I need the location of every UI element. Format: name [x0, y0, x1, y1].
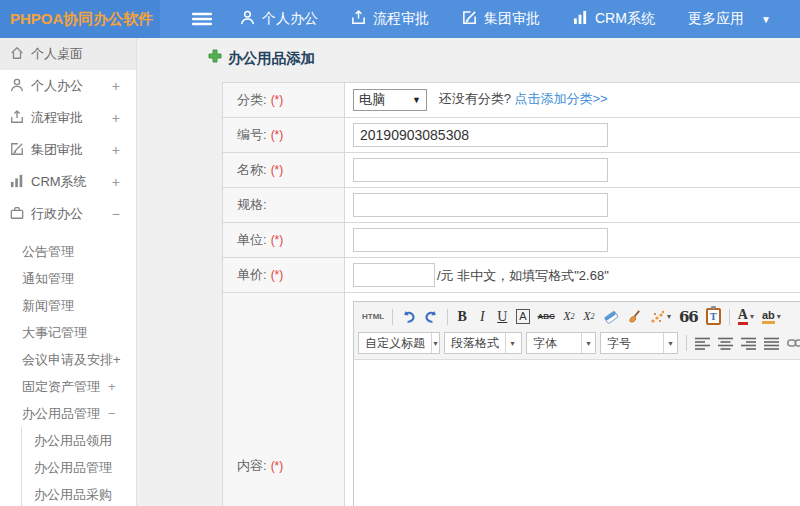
add-category-link[interactable]: 点击添加分类>>	[514, 91, 607, 106]
font-color-button[interactable]: A▾	[735, 306, 757, 327]
category-select[interactable]: 电脑 ▼	[353, 89, 427, 111]
edit-icon	[462, 10, 484, 28]
sidebar-submenu: 公告管理 通知管理 新闻管理 大事记管理 会议申请及安排+ 固定资产管理+ 办公…	[0, 238, 136, 506]
redo-icon[interactable]	[421, 306, 442, 327]
heading-style-select[interactable]: 自定义标题▾	[358, 332, 440, 354]
editor-toolbar: HTML B I U A ABC X2	[354, 302, 800, 360]
form-row-code: 编号:(*)	[223, 118, 800, 153]
nav-group-approval[interactable]: 集团审批	[462, 10, 540, 28]
sidebar-item-personal-office[interactable]: 个人办公 +	[0, 70, 136, 102]
strikethrough-button[interactable]: ABC	[535, 306, 558, 327]
select-caret-icon: ▼	[412, 95, 421, 105]
required-mark: (*)	[271, 459, 284, 473]
top-header: PHPOA协同办公软件 个人办公 流程审批 集团审批 CRM系统 更多应用 ▼	[0, 0, 800, 38]
bold-button[interactable]: B	[453, 306, 471, 327]
caret-down-icon: ▾	[777, 312, 781, 321]
sidebar-item-fixed-assets-mgmt[interactable]: 固定资产管理+	[0, 373, 136, 400]
align-right-icon[interactable]	[738, 333, 759, 354]
sidebar-item-supplies-claim[interactable]: 办公用品领用	[22, 427, 136, 454]
font-style-box-button[interactable]: A	[513, 306, 532, 327]
required-mark: (*)	[271, 128, 284, 142]
autotypeset-icon[interactable]: ▾	[647, 306, 674, 327]
price-label: 单价:(*)	[223, 258, 345, 293]
expand-plus-icon[interactable]: +	[112, 78, 120, 94]
sidebar-item-desktop[interactable]: 个人桌面	[0, 38, 136, 70]
subscript-button[interactable]: X2	[580, 306, 598, 327]
sidebar-item-news-mgmt[interactable]: 新闻管理	[0, 292, 136, 319]
nav-workflow-approval[interactable]: 流程审批	[351, 10, 429, 28]
add-plus-icon	[208, 49, 222, 67]
italic-button[interactable]: I	[473, 306, 491, 327]
sidebar-item-announcement-mgmt[interactable]: 公告管理	[0, 238, 136, 265]
sidebar-item-notice-mgmt[interactable]: 通知管理	[0, 265, 136, 292]
sidebar-item-admin-office[interactable]: 行政办公 −	[0, 198, 136, 230]
editor-content-area[interactable]	[354, 360, 800, 506]
home-icon	[10, 46, 31, 63]
expand-plus-icon[interactable]: +	[112, 110, 120, 126]
hamburger-menu-icon[interactable]	[192, 12, 212, 26]
font-family-select[interactable]: 字体▾	[526, 332, 596, 354]
edit-icon	[10, 142, 31, 159]
nav-crm-system[interactable]: CRM系统	[573, 10, 655, 28]
unit-input[interactable]	[353, 228, 608, 252]
nav-personal-office[interactable]: 个人办公	[240, 10, 318, 28]
expand-plus-icon: +	[108, 373, 116, 400]
caret-down-icon: ▾	[581, 333, 595, 353]
collapse-minus-icon[interactable]: −	[112, 206, 120, 222]
sidebar-item-supplies-purchase[interactable]: 办公用品采购	[22, 481, 136, 506]
form-row-content: 内容:(*) HTML B I	[223, 293, 800, 506]
caret-down-icon[interactable]: ▼	[761, 14, 771, 25]
unit-label: 单位:(*)	[223, 223, 345, 258]
price-suffix: /元 非中文，如填写格式"2.68"	[437, 268, 609, 283]
main-area: 办公用品添加 分类:(*) 电脑 ▼ 还没有分类? 点击添加分类>> 编号	[138, 38, 800, 506]
align-justify-icon[interactable]	[761, 333, 782, 354]
nav-more-apps[interactable]: 更多应用	[688, 10, 744, 28]
format-brush-icon[interactable]	[624, 306, 645, 327]
blockquote-button[interactable]: 66	[676, 306, 701, 327]
underline-button[interactable]: U	[493, 306, 511, 327]
workflow-icon	[10, 110, 31, 127]
caret-down-icon: ▾	[667, 312, 671, 321]
caret-down-icon: ▾	[505, 333, 519, 353]
briefcase-icon	[10, 206, 31, 223]
caret-down-icon: ▾	[663, 333, 677, 353]
chart-icon	[573, 10, 595, 28]
html-source-button[interactable]: HTML	[359, 306, 387, 327]
caret-down-icon: ▾	[750, 312, 754, 321]
align-center-icon[interactable]	[715, 333, 736, 354]
insert-link-icon[interactable]	[784, 333, 800, 354]
app-logo: PHPOA协同办公软件	[0, 0, 160, 38]
align-left-icon[interactable]	[692, 333, 713, 354]
font-size-select[interactable]: 字号▾	[600, 332, 678, 354]
sidebar-item-workflow-approval[interactable]: 流程审批 +	[0, 102, 136, 134]
required-mark: (*)	[271, 93, 284, 107]
rich-text-editor: HTML B I U A ABC X2	[353, 301, 800, 506]
sidebar-item-supplies-manage[interactable]: 办公用品管理	[22, 454, 136, 481]
caret-down-icon: ▾	[431, 333, 439, 353]
sidebar-item-crm[interactable]: CRM系统 +	[0, 166, 136, 198]
collapse-minus-icon: −	[108, 400, 116, 427]
expand-plus-icon[interactable]: +	[112, 142, 120, 158]
superscript-button[interactable]: X2	[560, 306, 578, 327]
content-label: 内容:(*)	[223, 293, 345, 506]
code-input[interactable]	[353, 123, 608, 147]
price-input[interactable]	[353, 263, 435, 287]
expand-plus-icon[interactable]: +	[112, 174, 120, 190]
sidebar-item-memorabilia-mgmt[interactable]: 大事记管理	[0, 319, 136, 346]
name-input[interactable]	[353, 158, 608, 182]
person-icon	[10, 78, 31, 95]
highlight-color-button[interactable]: ab▾	[759, 306, 784, 327]
sidebar-item-group-approval[interactable]: 集团审批 +	[0, 134, 136, 166]
sidebar-item-office-supplies-mgmt[interactable]: 办公用品管理−	[0, 400, 136, 427]
paragraph-format-select[interactable]: 段落格式▾	[444, 332, 522, 354]
paste-clipboard-icon[interactable]: T	[703, 306, 724, 327]
eraser-icon[interactable]	[600, 306, 622, 327]
form-row-spec: 规格:	[223, 188, 800, 223]
undo-icon[interactable]	[398, 306, 419, 327]
sidebar-item-meeting-mgmt[interactable]: 会议申请及安排+	[0, 346, 136, 373]
sidebar: 个人桌面 个人办公 + 流程审批 + 集团审批 + CRM系统 + 行政办公 −…	[0, 38, 137, 506]
chart-icon	[10, 174, 31, 191]
form-row-name: 名称:(*)	[223, 153, 800, 188]
spec-input[interactable]	[353, 193, 608, 217]
spec-label: 规格:	[223, 188, 345, 223]
